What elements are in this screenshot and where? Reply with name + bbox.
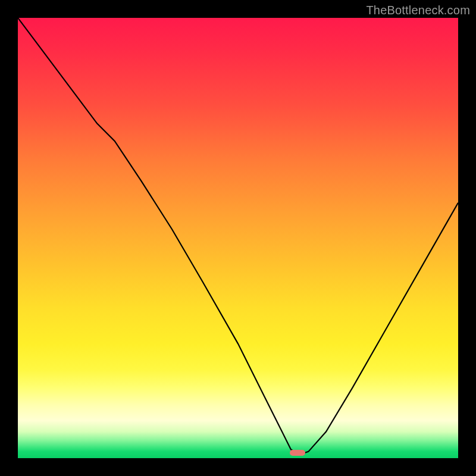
target-marker	[290, 450, 305, 456]
bottleneck-curve	[18, 18, 458, 458]
curve-path	[18, 18, 458, 455]
watermark-label: TheBottleneck.com	[366, 4, 470, 17]
plot-area	[18, 18, 458, 458]
chart-frame: TheBottleneck.com	[0, 0, 476, 476]
